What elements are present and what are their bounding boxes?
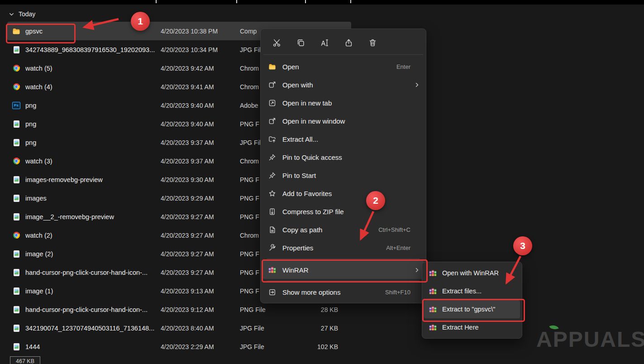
chrome-icon [13, 83, 20, 90]
menu-item-label: Open in new window [282, 117, 413, 125]
menu-item-icon-cell [267, 266, 277, 274]
menu-item-compress-to-zip-file[interactable]: Compress to ZIP file [262, 202, 424, 220]
menu-item-icon-cell [428, 324, 438, 331]
winrar-icon [429, 287, 437, 295]
folder-icon [268, 63, 276, 71]
menu-item-icon-cell [267, 117, 277, 125]
delete-button[interactable] [367, 37, 378, 48]
file-date-modified: 4/20/2023 9:12 AM [161, 306, 240, 313]
file-date-modified: 4/20/2023 9:41 AM [161, 83, 240, 91]
pin-icon [268, 153, 276, 161]
menu-item-icon-cell [267, 99, 277, 107]
menu-item-show-more-options[interactable]: Show more optionsShift+F10 [262, 283, 424, 301]
file-name: png [25, 120, 161, 128]
menu-item-copy-as-path[interactable]: Copy as pathCtrl+Shift+C [262, 220, 424, 239]
menu-item-label: Extract Here [442, 324, 510, 331]
image-icon [14, 176, 19, 183]
menu-item-label: Add to Favorites [282, 190, 413, 197]
rename-button[interactable] [319, 37, 330, 48]
group-header-today[interactable]: Today [7, 6, 351, 22]
file-date-modified: 4/20/2023 9:29 AM [161, 195, 240, 202]
image-icon [14, 325, 19, 332]
column-divider [350, 0, 351, 3]
menu-item-icon-cell [428, 287, 438, 295]
zip-icon [268, 208, 276, 216]
menu-item-shortcut: Shift+F10 [385, 289, 410, 296]
menu-item-extract-all[interactable]: Extract All... [262, 130, 424, 148]
menu-item-open-in-new-tab[interactable]: Open in new tab [262, 94, 424, 112]
share-button[interactable] [343, 37, 354, 48]
file-date-modified: 4/20/2023 2:29 AM [161, 343, 240, 350]
file-icon-cell [7, 232, 25, 239]
context-menu-items: OpenEnterOpen withOpen in new tabOpen in… [262, 57, 424, 301]
menu-item-open-with[interactable]: Open with [262, 76, 424, 94]
file-type: JPG File [240, 325, 305, 332]
file-icon-cell [7, 195, 25, 202]
image-icon [14, 46, 19, 53]
submenu-item-extract-here[interactable]: Extract Here [424, 318, 520, 336]
context-menu-toolbar [263, 31, 423, 55]
image-icon [14, 250, 19, 258]
submenu-item-open-with-winrar[interactable]: Open with WinRAR [424, 264, 520, 282]
menu-item-open[interactable]: OpenEnter [262, 57, 424, 76]
file-name: 1444 [25, 343, 161, 350]
menu-item-pin-to-quick-access[interactable]: Pin to Quick access [262, 148, 424, 166]
file-size: 102 KB [305, 343, 344, 350]
file-icon-cell [7, 306, 25, 313]
menu-item-shortcut: Alt+Enter [386, 244, 410, 251]
image-icon [14, 120, 19, 128]
file-size: 28 KB [305, 306, 344, 313]
cut-icon [272, 38, 281, 47]
annotation-step-1-badge: 1 [131, 12, 150, 31]
column-header-strip [0, 0, 644, 5]
folder-icon [12, 27, 20, 35]
file-name: watch (3) [25, 158, 161, 165]
file-name: images-removebg-preview [25, 176, 161, 183]
menu-item-add-to-favorites[interactable]: Add to Favorites [262, 184, 424, 202]
file-name: watch (2) [25, 232, 161, 239]
file-row-342190074-1237074940503116-7136148[interactable]: 342190074_1237074940503116_7136148...4/2… [7, 319, 351, 337]
chrome-icon [13, 232, 20, 239]
menu-item-label: Open [282, 63, 396, 71]
winrar-icon [268, 266, 276, 274]
menu-item-icon-cell [267, 244, 277, 252]
file-icon-cell [7, 343, 25, 350]
file-date-modified: 4/20/2023 10:34 PM [161, 46, 240, 53]
menu-item-shortcut: Ctrl+Shift+C [378, 226, 410, 233]
copy-icon [296, 38, 305, 47]
submenu-item-extract-files[interactable]: Extract files... [424, 282, 520, 300]
menu-separator [267, 259, 420, 259]
file-icon-cell: Ps [7, 102, 25, 109]
image-icon [14, 287, 19, 295]
menu-item-winrar[interactable]: WinRAR [262, 261, 424, 279]
submenu-item-extract-to-gpsvc[interactable]: Extract to "gpsvc\" [424, 300, 520, 318]
menu-item-label: WinRAR [282, 266, 413, 274]
rename-icon [320, 38, 329, 47]
menu-item-icon-cell [267, 172, 277, 179]
copy-path-icon [268, 226, 276, 234]
menu-item-properties[interactable]: PropertiesAlt+Enter [262, 239, 424, 257]
copy-button[interactable] [295, 37, 306, 48]
menu-item-pin-to-start[interactable]: Pin to Start [262, 166, 424, 184]
menu-item-icon-cell [267, 208, 277, 216]
chevron-right-icon [413, 268, 420, 273]
new-tab-icon [268, 99, 276, 107]
menu-item-icon-cell [267, 81, 277, 89]
file-row-1444[interactable]: 14444/20/2023 2:29 AMJPG File102 KB [7, 337, 351, 356]
file-icon-cell [7, 250, 25, 258]
context-menu: OpenEnterOpen withOpen in new tabOpen in… [260, 29, 426, 303]
menu-item-icon-cell [267, 63, 277, 71]
menu-item-open-in-new-window[interactable]: Open in new window [262, 112, 424, 130]
file-icon-cell [7, 325, 25, 332]
share-icon [344, 38, 353, 47]
properties-icon [268, 244, 276, 252]
cut-button[interactable] [271, 37, 282, 48]
file-date-modified: 4/20/2023 9:27 AM [161, 213, 240, 220]
chevron-down-icon[interactable] [9, 12, 14, 17]
menu-item-icon-cell [267, 153, 277, 161]
group-label: Today [19, 10, 35, 18]
file-name: hand-cursor-png-click-cursor-hand-icon-.… [25, 269, 161, 276]
file-icon-cell [7, 158, 25, 164]
file-icon-cell [7, 27, 25, 35]
file-name: hand-cursor-png-click-cursor-hand-icon-.… [25, 306, 161, 313]
